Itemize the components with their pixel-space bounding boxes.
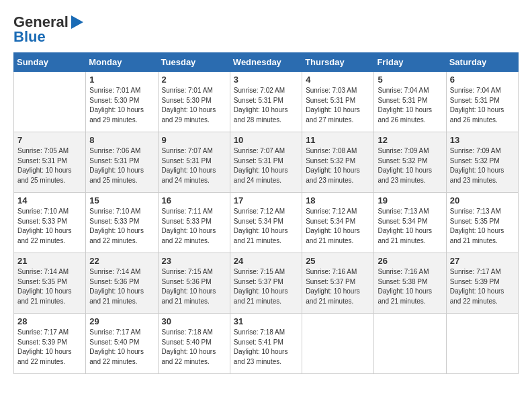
cell-text: Sunrise: 7:12 AMSunset: 5:34 PMDaylight:…: [234, 208, 288, 244]
cell-text: Sunrise: 7:15 AMSunset: 5:36 PMDaylight:…: [162, 268, 216, 305]
calendar-week-row: 14 Sunrise: 7:10 AMSunset: 5:33 PMDaylig…: [14, 193, 519, 253]
cell-text: Sunrise: 7:01 AMSunset: 5:30 PMDaylight:…: [162, 87, 216, 124]
day-number: 31: [234, 316, 298, 326]
weekday-header-thursday: Thursday: [302, 53, 374, 72]
calendar-week-row: 1 Sunrise: 7:01 AMSunset: 5:30 PMDayligh…: [14, 72, 519, 132]
cell-text: Sunrise: 7:04 AMSunset: 5:31 PMDaylight:…: [450, 87, 504, 124]
weekday-header-monday: Monday: [86, 53, 158, 72]
day-number: 7: [17, 135, 82, 145]
calendar-cell: 15 Sunrise: 7:10 AMSunset: 5:33 PMDaylig…: [86, 193, 158, 253]
cell-text: Sunrise: 7:12 AMSunset: 5:34 PMDaylight:…: [306, 208, 360, 244]
day-number: 12: [378, 135, 442, 145]
day-number: 9: [162, 135, 226, 145]
calendar-cell: [446, 314, 518, 374]
calendar-cell: 2 Sunrise: 7:01 AMSunset: 5:30 PMDayligh…: [158, 72, 230, 132]
calendar-cell: 20 Sunrise: 7:13 AMSunset: 5:35 PMDaylig…: [446, 193, 518, 253]
calendar-cell: 11 Sunrise: 7:08 AMSunset: 5:32 PMDaylig…: [302, 132, 374, 193]
cell-text: Sunrise: 7:17 AMSunset: 5:39 PMDaylight:…: [450, 268, 504, 305]
logo-blue: Blue: [13, 28, 46, 46]
cell-text: Sunrise: 7:14 AMSunset: 5:35 PMDaylight:…: [17, 268, 72, 305]
logo-arrow-icon: [71, 15, 83, 29]
day-number: 22: [89, 256, 154, 266]
cell-text: Sunrise: 7:02 AMSunset: 5:31 PMDaylight:…: [234, 87, 288, 124]
cell-text: Sunrise: 7:17 AMSunset: 5:40 PMDaylight:…: [89, 328, 144, 365]
calendar-cell: 28 Sunrise: 7:17 AMSunset: 5:39 PMDaylig…: [14, 314, 86, 374]
calendar-cell: 6 Sunrise: 7:04 AMSunset: 5:31 PMDayligh…: [446, 72, 518, 132]
day-number: 20: [450, 195, 515, 205]
calendar-cell: 12 Sunrise: 7:09 AMSunset: 5:32 PMDaylig…: [374, 132, 446, 193]
calendar-cell: 24 Sunrise: 7:15 AMSunset: 5:37 PMDaylig…: [230, 253, 302, 314]
calendar-cell: 21 Sunrise: 7:14 AMSunset: 5:35 PMDaylig…: [14, 253, 86, 314]
calendar-cell: 17 Sunrise: 7:12 AMSunset: 5:34 PMDaylig…: [230, 193, 302, 253]
cell-text: Sunrise: 7:17 AMSunset: 5:39 PMDaylight:…: [17, 328, 72, 365]
calendar-cell: 5 Sunrise: 7:04 AMSunset: 5:31 PMDayligh…: [374, 72, 446, 132]
cell-text: Sunrise: 7:10 AMSunset: 5:33 PMDaylight:…: [89, 208, 144, 244]
day-number: 21: [17, 256, 82, 266]
calendar-cell: 25 Sunrise: 7:16 AMSunset: 5:37 PMDaylig…: [302, 253, 374, 314]
cell-text: Sunrise: 7:01 AMSunset: 5:30 PMDaylight:…: [89, 87, 144, 124]
cell-text: Sunrise: 7:08 AMSunset: 5:32 PMDaylight:…: [306, 147, 360, 184]
weekday-header-tuesday: Tuesday: [158, 53, 230, 72]
calendar-cell: 13 Sunrise: 7:09 AMSunset: 5:32 PMDaylig…: [446, 132, 518, 193]
calendar-cell: 10 Sunrise: 7:07 AMSunset: 5:31 PMDaylig…: [230, 132, 302, 193]
logo: General Blue: [13, 13, 83, 46]
day-number: 24: [234, 256, 298, 266]
calendar-cell: 27 Sunrise: 7:17 AMSunset: 5:39 PMDaylig…: [446, 253, 518, 314]
calendar-cell: 9 Sunrise: 7:07 AMSunset: 5:31 PMDayligh…: [158, 132, 230, 193]
calendar-cell: [14, 72, 86, 132]
calendar-cell: [302, 314, 374, 374]
cell-text: Sunrise: 7:11 AMSunset: 5:33 PMDaylight:…: [162, 208, 216, 244]
day-number: 23: [162, 256, 226, 266]
day-number: 16: [162, 195, 226, 205]
day-number: 3: [234, 75, 298, 85]
cell-text: Sunrise: 7:07 AMSunset: 5:31 PMDaylight:…: [234, 147, 288, 184]
day-number: 25: [306, 256, 370, 266]
day-number: 4: [306, 75, 370, 85]
day-number: 10: [234, 135, 298, 145]
day-number: 26: [378, 256, 442, 266]
calendar-cell: 4 Sunrise: 7:03 AMSunset: 5:31 PMDayligh…: [302, 72, 374, 132]
calendar-cell: 3 Sunrise: 7:02 AMSunset: 5:31 PMDayligh…: [230, 72, 302, 132]
cell-text: Sunrise: 7:14 AMSunset: 5:36 PMDaylight:…: [89, 268, 144, 305]
weekday-header-sunday: Sunday: [14, 53, 86, 72]
day-number: 30: [162, 316, 226, 326]
cell-text: Sunrise: 7:18 AMSunset: 5:40 PMDaylight:…: [162, 328, 216, 365]
cell-text: Sunrise: 7:04 AMSunset: 5:31 PMDaylight:…: [378, 87, 432, 124]
day-number: 29: [89, 316, 154, 326]
calendar-cell: 14 Sunrise: 7:10 AMSunset: 5:33 PMDaylig…: [14, 193, 86, 253]
weekday-header-row: SundayMondayTuesdayWednesdayThursdayFrid…: [14, 53, 519, 72]
calendar-week-row: 28 Sunrise: 7:17 AMSunset: 5:39 PMDaylig…: [14, 314, 519, 374]
calendar-cell: 29 Sunrise: 7:17 AMSunset: 5:40 PMDaylig…: [86, 314, 158, 374]
calendar-cell: 22 Sunrise: 7:14 AMSunset: 5:36 PMDaylig…: [86, 253, 158, 314]
cell-text: Sunrise: 7:07 AMSunset: 5:31 PMDaylight:…: [162, 147, 216, 184]
cell-text: Sunrise: 7:15 AMSunset: 5:37 PMDaylight:…: [234, 268, 288, 305]
weekday-header-wednesday: Wednesday: [230, 53, 302, 72]
day-number: 2: [162, 75, 226, 85]
day-number: 15: [89, 195, 154, 205]
calendar-cell: 26 Sunrise: 7:16 AMSunset: 5:38 PMDaylig…: [374, 253, 446, 314]
cell-text: Sunrise: 7:16 AMSunset: 5:38 PMDaylight:…: [378, 268, 432, 305]
calendar-cell: 1 Sunrise: 7:01 AMSunset: 5:30 PMDayligh…: [86, 72, 158, 132]
day-number: 11: [306, 135, 370, 145]
day-number: 14: [17, 195, 82, 205]
day-number: 13: [450, 135, 515, 145]
day-number: 1: [89, 75, 154, 85]
calendar-cell: 16 Sunrise: 7:11 AMSunset: 5:33 PMDaylig…: [158, 193, 230, 253]
day-number: 5: [378, 75, 442, 85]
calendar-cell: 18 Sunrise: 7:12 AMSunset: 5:34 PMDaylig…: [302, 193, 374, 253]
calendar-cell: 30 Sunrise: 7:18 AMSunset: 5:40 PMDaylig…: [158, 314, 230, 374]
day-number: 6: [450, 75, 515, 85]
day-number: 19: [378, 195, 442, 205]
header: General Blue: [13, 13, 519, 46]
calendar-cell: 19 Sunrise: 7:13 AMSunset: 5:34 PMDaylig…: [374, 193, 446, 253]
cell-text: Sunrise: 7:09 AMSunset: 5:32 PMDaylight:…: [450, 147, 504, 184]
calendar-cell: 8 Sunrise: 7:06 AMSunset: 5:31 PMDayligh…: [86, 132, 158, 193]
cell-text: Sunrise: 7:10 AMSunset: 5:33 PMDaylight:…: [17, 208, 72, 244]
cell-text: Sunrise: 7:13 AMSunset: 5:35 PMDaylight:…: [450, 208, 504, 244]
calendar-cell: 7 Sunrise: 7:05 AMSunset: 5:31 PMDayligh…: [14, 132, 86, 193]
calendar-week-row: 21 Sunrise: 7:14 AMSunset: 5:35 PMDaylig…: [14, 253, 519, 314]
cell-text: Sunrise: 7:06 AMSunset: 5:31 PMDaylight:…: [89, 147, 144, 184]
cell-text: Sunrise: 7:13 AMSunset: 5:34 PMDaylight:…: [378, 208, 432, 244]
calendar-cell: 23 Sunrise: 7:15 AMSunset: 5:36 PMDaylig…: [158, 253, 230, 314]
calendar-week-row: 7 Sunrise: 7:05 AMSunset: 5:31 PMDayligh…: [14, 132, 519, 193]
